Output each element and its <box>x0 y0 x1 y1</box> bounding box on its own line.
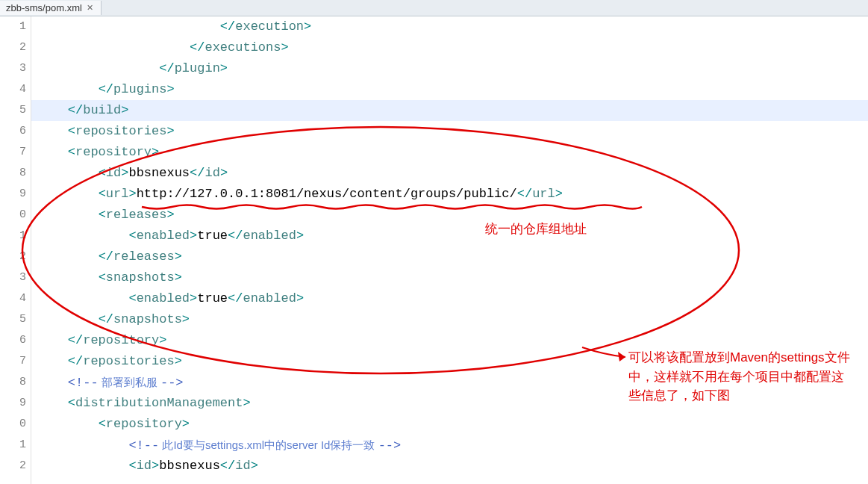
line-number: 7 <box>0 142 26 163</box>
line-number: 1 <box>0 226 26 246</box>
line-number: 0 <box>0 205 26 226</box>
line-number: 6 <box>0 121 26 142</box>
line-number: 6 <box>0 330 26 351</box>
line-number: 0 <box>0 414 26 435</box>
line-number: 3 <box>0 267 26 288</box>
code-line: </repositories> <box>31 351 868 372</box>
code-line: <enabled>true</enabled> <box>31 288 868 309</box>
code-line: <id>bbsnexus</id> <box>31 456 868 477</box>
code-line: <repositories> <box>31 121 868 142</box>
code-line: </plugin> <box>31 58 868 79</box>
code-line: </plugins> <box>31 79 868 100</box>
line-number: 4 <box>0 79 26 100</box>
line-number: 5 <box>0 100 26 121</box>
code-line: <distributionManagement> <box>31 393 868 414</box>
line-number: 4 <box>0 288 26 309</box>
line-number: 2 <box>0 456 26 477</box>
line-number: 5 <box>0 309 26 330</box>
code-line: <repository> <box>31 414 868 435</box>
editor: 1 2 3 4 5 6 7 8 9 0 1 2 3 4 5 6 7 8 9 0 … <box>0 16 868 484</box>
tab-bar: zbb-sms/pom.xml ✕ <box>0 0 868 16</box>
code-line: </executions> <box>31 37 868 58</box>
code-line: <enabled>true</enabled> <box>31 226 868 246</box>
close-icon[interactable]: ✕ <box>85 3 95 13</box>
code-line: </releases> <box>31 246 868 267</box>
line-number: 9 <box>0 393 26 414</box>
code-line: </repository> <box>31 330 868 351</box>
line-number: 7 <box>0 351 26 372</box>
code-line: <url>http://127.0.0.1:8081/nexus/content… <box>31 184 868 205</box>
line-number: 1 <box>0 16 26 37</box>
code-line: </execution> <box>31 16 868 37</box>
code-line: <snapshots> <box>31 267 868 288</box>
line-number: 8 <box>0 372 26 393</box>
code-line: <!-- 部署到私服 --> <box>31 372 868 393</box>
tab-filename: zbb-sms/pom.xml <box>6 2 82 13</box>
code-line: <releases> <box>31 205 868 226</box>
code-line: <id>bbsnexus</id> <box>31 163 868 184</box>
line-number: 3 <box>0 58 26 79</box>
line-number: 2 <box>0 246 26 267</box>
code-area[interactable]: </execution> </executions> </plugin> </p… <box>31 16 868 484</box>
line-number-gutter: 1 2 3 4 5 6 7 8 9 0 1 2 3 4 5 6 7 8 9 0 … <box>0 16 31 484</box>
code-line-highlighted: </build> <box>31 100 868 121</box>
code-line: </snapshots> <box>31 309 868 330</box>
line-number: 2 <box>0 37 26 58</box>
line-number: 1 <box>0 435 26 456</box>
file-tab[interactable]: zbb-sms/pom.xml ✕ <box>0 1 102 15</box>
line-number: 9 <box>0 184 26 205</box>
code-line: <!-- 此Id要与settings.xml中的server Id保持一致 --… <box>31 435 868 456</box>
line-number: 8 <box>0 163 26 184</box>
code-line: <repository> <box>31 142 868 163</box>
